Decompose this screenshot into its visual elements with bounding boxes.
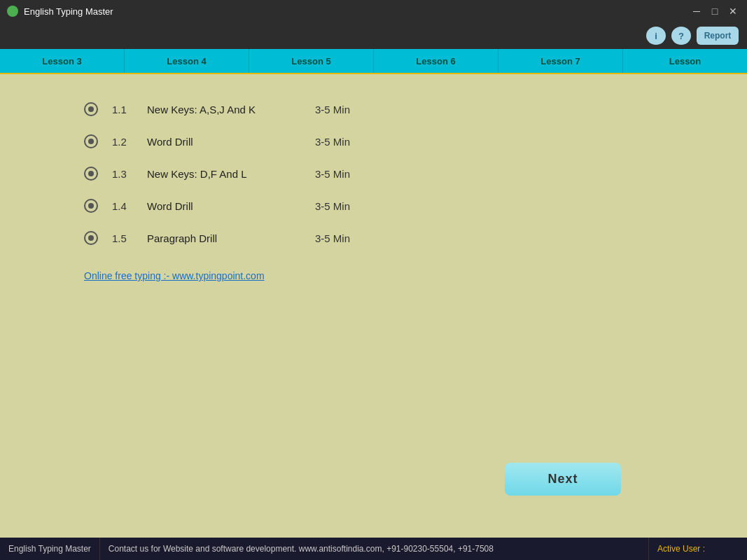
status-contact: Contact us for Website and software deve… (100, 538, 649, 560)
lesson-duration-3: 3-5 Min (315, 200, 350, 212)
lesson-name-2: New Keys: D,F And L (147, 168, 301, 180)
main-content: 1.1 New Keys: A,S,J And K 3-5 Min 1.2 Wo… (0, 74, 747, 538)
lesson-name-4: Paragraph Drill (147, 232, 301, 244)
lesson-list: 1.1 New Keys: A,S,J And K 3-5 Min 1.2 Wo… (84, 102, 719, 245)
lesson-duration-2: 3-5 Min (315, 168, 350, 180)
tab-lesson6[interactable]: Lesson 6 (374, 49, 498, 73)
radio-icon-3[interactable] (84, 199, 98, 213)
tab-lesson4[interactable]: Lesson 4 (125, 49, 249, 73)
action-bar: i ? Report (0, 22, 747, 49)
lesson-item: 1.3 New Keys: D,F And L 3-5 Min (84, 167, 719, 181)
status-bar: English Typing Master Contact us for Web… (0, 538, 747, 560)
title-bar: English Typing Master ─ □ ✕ (0, 0, 747, 22)
tab-lesson3[interactable]: Lesson 3 (0, 49, 125, 73)
info-button[interactable]: i (646, 27, 666, 45)
status-active-user: Active User : (649, 538, 747, 560)
lesson-num-0: 1.1 (112, 104, 133, 115)
tab-bar: Lesson 3 Lesson 4 Lesson 5 Lesson 6 Less… (0, 49, 747, 74)
lesson-num-1: 1.2 (112, 136, 133, 148)
title-bar-left: English Typing Master (7, 6, 113, 17)
maximize-button[interactable]: □ (708, 4, 722, 18)
tab-lesson8[interactable]: Lesson (623, 49, 747, 73)
traffic-light-icon[interactable] (7, 6, 18, 17)
lesson-name-3: Word Drill (147, 200, 301, 212)
lesson-item: 1.4 Word Drill 3-5 Min (84, 199, 719, 213)
lesson-name-0: New Keys: A,S,J And K (147, 104, 301, 115)
next-button-wrapper: Next (505, 463, 621, 496)
lesson-num-4: 1.5 (112, 232, 133, 244)
lesson-duration-4: 3-5 Min (315, 232, 350, 244)
title-bar-controls: ─ □ ✕ (690, 4, 740, 18)
typing-link[interactable]: Online free typing :- www.typingpoint.co… (84, 270, 265, 281)
tab-lesson5[interactable]: Lesson 5 (249, 49, 374, 73)
lesson-num-3: 1.4 (112, 200, 133, 212)
radio-icon-2[interactable] (84, 167, 98, 181)
lesson-duration-0: 3-5 Min (315, 104, 350, 115)
lesson-item: 1.2 Word Drill 3-5 Min (84, 134, 719, 148)
status-app-name: English Typing Master (0, 538, 100, 560)
radio-icon-0[interactable] (84, 102, 98, 116)
tab-lesson7[interactable]: Lesson 7 (498, 49, 623, 73)
report-button[interactable]: Report (697, 27, 739, 45)
minimize-button[interactable]: ─ (690, 4, 704, 18)
app-title: English Typing Master (24, 6, 113, 17)
close-button[interactable]: ✕ (726, 4, 740, 18)
lesson-duration-1: 3-5 Min (315, 136, 350, 148)
lesson-item: 1.5 Paragraph Drill 3-5 Min (84, 231, 719, 245)
help-button[interactable]: ? (671, 27, 691, 45)
lesson-name-1: Word Drill (147, 136, 301, 148)
radio-icon-1[interactable] (84, 134, 98, 148)
lesson-item: 1.1 New Keys: A,S,J And K 3-5 Min (84, 102, 719, 116)
lesson-num-2: 1.3 (112, 168, 133, 180)
radio-icon-4[interactable] (84, 231, 98, 245)
next-button[interactable]: Next (505, 463, 621, 496)
